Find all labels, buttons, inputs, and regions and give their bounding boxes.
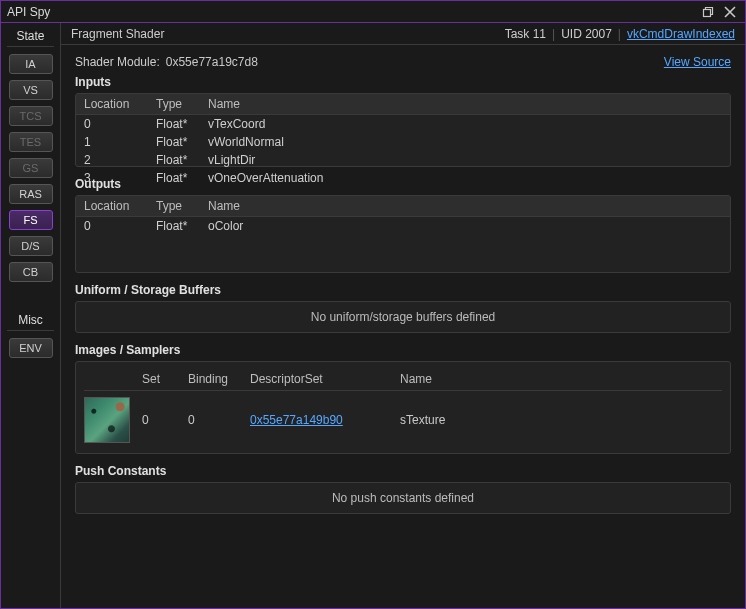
uniforms-panel: No uniform/storage buffers defined xyxy=(75,301,731,333)
inputs-col-name: Name xyxy=(200,94,730,115)
shader-module-value: 0x55e77a19c7d8 xyxy=(166,55,258,69)
main-panel: Fragment Shader Task 11 | UID 2007 | vkC… xyxy=(61,23,745,608)
window-body: State IA VS TCS TES GS RAS FS D/S CB Mis… xyxy=(1,23,745,608)
sidebar-item-tcs[interactable]: TCS xyxy=(9,106,53,126)
images-header-row: Set Binding DescriptorSet Name xyxy=(84,370,722,391)
table-row[interactable]: 1Float*vWorldNormal xyxy=(76,133,730,151)
task-label: Task 11 xyxy=(505,27,546,41)
cmd-link[interactable]: vkCmdDrawIndexed xyxy=(627,27,735,41)
content-area: Shader Module: 0x55e77a19c7d8 View Sourc… xyxy=(61,45,745,608)
table-row[interactable]: 0Float*vTexCoord xyxy=(76,115,730,134)
images-row[interactable]: 0 0 0x55e77a149b90 sTexture xyxy=(84,397,722,443)
outputs-col-location: Location xyxy=(76,196,148,217)
fragment-title: Fragment Shader xyxy=(71,27,505,41)
api-spy-window: API Spy State IA VS TCS TES GS RAS FS D/… xyxy=(0,0,746,609)
outputs-table: Location Type Name 0Float*oColor xyxy=(76,196,730,235)
sidebar-heading-state: State xyxy=(7,29,54,47)
view-source-link[interactable]: View Source xyxy=(664,55,731,69)
section-uniforms-title: Uniform / Storage Buffers xyxy=(75,283,731,297)
inputs-col-location: Location xyxy=(76,94,148,115)
images-col-set: Set xyxy=(142,372,188,386)
shader-module-label: Shader Module: xyxy=(75,55,160,69)
sidebar-item-ia[interactable]: IA xyxy=(9,54,53,74)
close-icon[interactable] xyxy=(721,3,739,21)
window-title: API Spy xyxy=(7,5,695,19)
sidebar-item-vs[interactable]: VS xyxy=(9,80,53,100)
table-row[interactable]: 2Float*vLightDir xyxy=(76,151,730,169)
uid-label: UID 2007 xyxy=(561,27,612,41)
push-empty-msg: No push constants defined xyxy=(332,491,474,505)
sidebar-item-ras[interactable]: RAS xyxy=(9,184,53,204)
sidebar-item-tes[interactable]: TES xyxy=(9,132,53,152)
images-col-binding: Binding xyxy=(188,372,250,386)
sidebar-item-ds[interactable]: D/S xyxy=(9,236,53,256)
sep-1: | xyxy=(552,27,555,41)
outputs-col-name: Name xyxy=(200,196,730,217)
table-row[interactable]: 0Float*oColor xyxy=(76,217,730,236)
sidebar-item-gs[interactable]: GS xyxy=(9,158,53,178)
uniforms-empty-msg: No uniform/storage buffers defined xyxy=(311,310,496,324)
inputs-table: Location Type Name 0Float*vTexCoord 1Flo… xyxy=(76,94,730,187)
section-inputs-title: Inputs xyxy=(75,75,731,89)
svg-rect-0 xyxy=(704,9,711,16)
descriptorset-link[interactable]: 0x55e77a149b90 xyxy=(250,413,343,427)
images-row-name: sTexture xyxy=(400,413,722,427)
push-constants-panel: No push constants defined xyxy=(75,482,731,514)
sidebar: State IA VS TCS TES GS RAS FS D/S CB Mis… xyxy=(1,23,61,608)
restore-icon[interactable] xyxy=(699,3,717,21)
fragment-header: Fragment Shader Task 11 | UID 2007 | vkC… xyxy=(61,23,745,45)
images-row-binding: 0 xyxy=(188,413,250,427)
inputs-col-type: Type xyxy=(148,94,200,115)
sidebar-heading-misc: Misc xyxy=(7,313,54,331)
titlebar: API Spy xyxy=(1,1,745,23)
section-push-title: Push Constants xyxy=(75,464,731,478)
inputs-panel: Location Type Name 0Float*vTexCoord 1Flo… xyxy=(75,93,731,167)
shader-module-line: Shader Module: 0x55e77a19c7d8 View Sourc… xyxy=(75,55,731,69)
images-col-ds: DescriptorSet xyxy=(250,372,400,386)
images-row-set: 0 xyxy=(142,413,188,427)
sidebar-item-env[interactable]: ENV xyxy=(9,338,53,358)
images-panel: Set Binding DescriptorSet Name 0 0 0x55e… xyxy=(75,361,731,454)
outputs-panel: Location Type Name 0Float*oColor xyxy=(75,195,731,273)
outputs-col-type: Type xyxy=(148,196,200,217)
sep-2: | xyxy=(618,27,621,41)
section-images-title: Images / Samplers xyxy=(75,343,731,357)
images-col-name: Name xyxy=(400,372,722,386)
texture-thumbnail[interactable] xyxy=(84,397,130,443)
sidebar-item-fs[interactable]: FS xyxy=(9,210,53,230)
sidebar-item-cb[interactable]: CB xyxy=(9,262,53,282)
